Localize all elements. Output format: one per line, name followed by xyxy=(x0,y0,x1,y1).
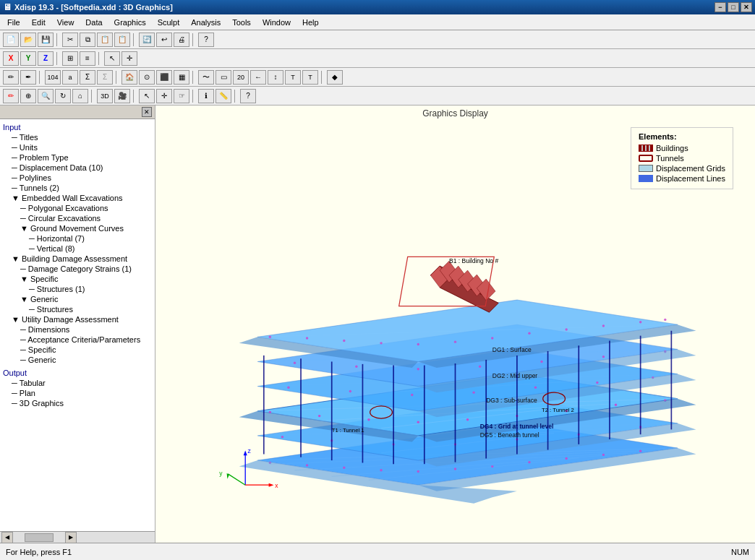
tb-paste[interactable]: 📋 xyxy=(97,33,113,47)
tb-z-axis[interactable]: Z xyxy=(38,51,54,66)
tree-acceptance[interactable]: ─ Acceptance Criteria/Parameters xyxy=(0,335,155,345)
menu-tools[interactable]: Tools xyxy=(226,17,257,28)
tree-problem-type[interactable]: ─ Problem Type xyxy=(0,152,155,163)
tree-structures-1[interactable]: ─ Structures (1) xyxy=(0,284,155,294)
tb-redo[interactable]: ↩ xyxy=(156,33,172,47)
tree-titles[interactable]: ─ Titles xyxy=(0,132,155,142)
tb-circle[interactable]: ⊙ xyxy=(139,70,155,85)
toolbar-4: ✏ ⊕ 🔍 ↻ ⌂ 3D 🎥 ↖ ✛ ☞ ℹ 📏 ? xyxy=(0,87,755,105)
close-button[interactable]: ✕ xyxy=(741,2,752,12)
tree-building-damage[interactable]: ▼ Building Damage Assessment xyxy=(0,254,155,264)
tree-input-root[interactable]: Input xyxy=(0,122,155,132)
tb-grid[interactable]: ≡ xyxy=(80,51,95,66)
tb-info[interactable]: ℹ xyxy=(198,89,214,103)
tb-num1[interactable]: 104 xyxy=(45,70,61,85)
tree-container[interactable]: Input ─ Titles ─ Units ─ Problem Type ─ … xyxy=(0,119,155,531)
menu-data[interactable]: Data xyxy=(80,17,108,28)
tb-open[interactable]: 📂 xyxy=(20,33,36,47)
tb-zoom-in[interactable]: 🔍 xyxy=(38,89,54,103)
tb-draw1[interactable]: ✏ xyxy=(3,70,19,85)
tb-diamond[interactable]: ◆ xyxy=(327,70,343,85)
minimize-button[interactable]: − xyxy=(715,2,726,12)
tb-hand[interactable]: ☞ xyxy=(174,89,189,103)
tb-crosshair[interactable]: ⊕ xyxy=(20,89,36,103)
tb-arr2[interactable]: ↕ xyxy=(268,70,283,85)
tree-plan[interactable]: ─ Plan xyxy=(0,388,155,398)
tb-measure[interactable]: 📏 xyxy=(216,89,231,103)
tree-output-root[interactable]: Output xyxy=(0,368,155,378)
maximize-button[interactable]: □ xyxy=(728,2,739,12)
menu-window[interactable]: Window xyxy=(257,17,297,28)
tree-circular-exc[interactable]: ─ Circular Excavations xyxy=(0,213,155,223)
sidebar-close-button[interactable]: ✕ xyxy=(142,107,152,117)
menu-graphics[interactable]: Graphics xyxy=(108,17,152,28)
graphics-area[interactable]: Graphics Display Elements: Buildings Tun… xyxy=(155,105,755,543)
tb-move2[interactable]: ✛ xyxy=(156,89,172,103)
tree-structures-2[interactable]: ─ Structures xyxy=(0,304,155,314)
tree-tabular[interactable]: ─ Tabular xyxy=(0,378,155,388)
tree-vertical[interactable]: ─ Vertical (8) xyxy=(0,244,155,254)
tb-draw2[interactable]: ✒ xyxy=(20,70,36,85)
tb-help[interactable]: ? xyxy=(198,33,214,47)
scroll-left[interactable]: ◀ xyxy=(1,532,13,543)
tb-t2[interactable]: T xyxy=(302,70,318,85)
tb-num2[interactable]: a xyxy=(62,70,78,85)
tb-pencil[interactable]: ✏ xyxy=(3,89,19,103)
tree-utility-damage[interactable]: ▼ Utility Damage Assessment xyxy=(0,314,155,324)
tb-sigma2[interactable]: Σ xyxy=(97,70,113,85)
tb-snap[interactable]: ⊞ xyxy=(62,51,78,66)
tb-y-axis[interactable]: Y xyxy=(20,51,36,66)
tb-move[interactable]: ✛ xyxy=(121,51,137,66)
scroll-thumb[interactable] xyxy=(25,533,54,542)
menu-edit[interactable]: Edit xyxy=(26,17,51,28)
tb-arr1[interactable]: ← xyxy=(250,70,266,85)
tb-paste2[interactable]: 📋 xyxy=(114,33,130,47)
tb-new[interactable]: 📄 xyxy=(3,33,19,47)
dash-icon: ─ xyxy=(29,244,37,253)
tb-pillar[interactable]: ⬛ xyxy=(156,70,172,85)
tb-wavy[interactable]: 〜 xyxy=(198,70,214,85)
tree-ground-movement[interactable]: ▼ Ground Movement Curves xyxy=(0,223,155,233)
tb-copy[interactable]: ⧉ xyxy=(80,33,95,47)
tb-print[interactable]: 🖨 xyxy=(174,33,189,47)
tree-3d-graphics[interactable]: ─ 3D Graphics xyxy=(0,398,155,408)
tb-wall[interactable]: ▦ xyxy=(174,70,189,85)
tb-refresh[interactable]: 🔄 xyxy=(139,33,155,47)
tb-cut[interactable]: ✂ xyxy=(62,33,78,47)
svg-point-44 xyxy=(615,404,617,406)
tree-polylines[interactable]: ─ Polylines xyxy=(0,173,155,183)
tb-cam[interactable]: 🎥 xyxy=(114,89,130,103)
tree-damage-category[interactable]: ─ Damage Category Strains (1) xyxy=(0,264,155,274)
tb-home[interactable]: ⌂ xyxy=(72,89,88,103)
tb-t1[interactable]: T xyxy=(285,70,301,85)
menu-analysis[interactable]: Analysis xyxy=(185,17,226,28)
scroll-right[interactable]: ▶ xyxy=(65,532,77,543)
tb-arrow-tool[interactable]: ↖ xyxy=(139,89,155,103)
tb-save[interactable]: 💾 xyxy=(38,33,54,47)
tb-question[interactable]: ? xyxy=(240,89,256,103)
tree-specific-utility[interactable]: ─ Specific xyxy=(0,345,155,355)
tree-units[interactable]: ─ Units xyxy=(0,142,155,152)
menu-sculpt[interactable]: Sculpt xyxy=(152,17,186,28)
tree-tunnels[interactable]: ─ Tunnels (2) xyxy=(0,183,155,193)
menu-help[interactable]: Help xyxy=(297,17,325,28)
tree-polygonal-exc[interactable]: ─ Polygonal Excavations xyxy=(0,203,155,213)
tb-rect[interactable]: ▭ xyxy=(216,70,231,85)
tree-generic[interactable]: ▼ Generic xyxy=(0,294,155,304)
menu-view[interactable]: View xyxy=(51,17,80,28)
tree-specific[interactable]: ▼ Specific xyxy=(0,274,155,284)
tb-sigma[interactable]: Σ xyxy=(80,70,95,85)
tb-select[interactable]: ↖ xyxy=(104,51,120,66)
tb-num20[interactable]: 20 xyxy=(233,70,249,85)
tb-3d[interactable]: 3D xyxy=(97,89,113,103)
sidebar-scrollbar[interactable]: ◀ ▶ xyxy=(0,531,155,543)
tree-displacement-data[interactable]: ─ Displacement Data (10) xyxy=(0,163,155,173)
menu-file[interactable]: File xyxy=(1,17,26,28)
tb-x-axis[interactable]: X xyxy=(3,51,19,66)
tree-dimensions[interactable]: ─ Dimensions xyxy=(0,324,155,335)
tree-embedded-wall[interactable]: ▼ Embedded Wall Excavations xyxy=(0,193,155,203)
tree-generic-utility[interactable]: ─ Generic xyxy=(0,355,155,365)
tb-rotate[interactable]: ↻ xyxy=(55,89,71,103)
tb-house[interactable]: 🏠 xyxy=(121,70,137,85)
tree-horizontal[interactable]: ─ Horizontal (7) xyxy=(0,233,155,244)
